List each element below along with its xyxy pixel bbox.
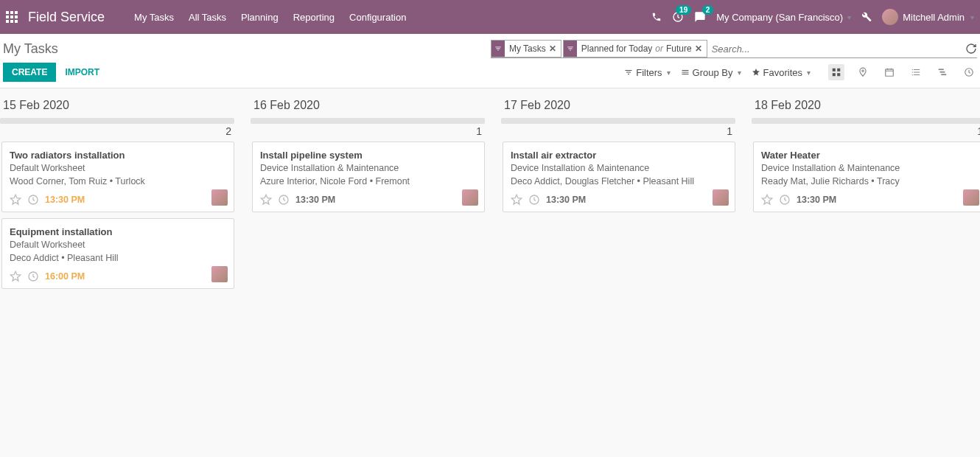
nav-planning[interactable]: Planning (241, 12, 279, 23)
column-progress (0, 118, 234, 124)
kanban-column: 16 Feb 2020 1 Install pipeline system De… (251, 99, 485, 295)
nav-configuration[interactable]: Configuration (349, 12, 406, 23)
card-subtitle: Device Installation & Maintenance (511, 162, 727, 175)
assignee-avatar[interactable] (211, 266, 228, 282)
column-count: 1 (752, 125, 980, 142)
chevron-down-icon: ▾ (667, 69, 671, 77)
favorites-dropdown[interactable]: Favorites▾ (752, 67, 811, 78)
task-card[interactable]: Two radiators installation Default Works… (1, 142, 234, 212)
app-title[interactable]: Field Service (28, 10, 105, 25)
facet-or: or (655, 43, 663, 54)
star-icon[interactable] (10, 194, 21, 206)
clock-icon[interactable] (27, 194, 39, 206)
list-view-icon[interactable] (908, 64, 924, 80)
clock-icon[interactable] (278, 194, 290, 206)
task-card[interactable]: Install air extractor Device Installatio… (503, 142, 735, 212)
card-footer: 13:30 PM (10, 194, 226, 206)
star-icon[interactable] (260, 194, 272, 206)
column-title[interactable]: 17 Feb 2020 (501, 99, 735, 115)
company-label: My Company (San Francisco) (716, 12, 843, 23)
svg-rect-4 (837, 73, 840, 76)
card-customer: Azure Interior, Nicole Ford • Fremont (260, 175, 477, 189)
card-time: 13:30 PM (797, 195, 836, 205)
card-footer: 13:30 PM (761, 194, 978, 206)
facet-label: My Tasks (509, 43, 546, 54)
close-icon[interactable]: ✕ (695, 43, 702, 54)
card-time: 13:30 PM (295, 195, 335, 205)
kanban-column: 18 Feb 2020 1 Water Heater Device Instal… (752, 99, 980, 295)
clock-icon[interactable] (779, 194, 791, 206)
column-count: 2 (0, 125, 234, 142)
filter-bar: Filters▾ Group By▾ Favorites▾ (624, 67, 811, 78)
column-progress (501, 118, 735, 124)
debug-icon[interactable] (861, 12, 872, 22)
close-icon[interactable]: ✕ (549, 43, 556, 54)
column-title[interactable]: 15 Feb 2020 (0, 99, 234, 115)
topbar-right: 19 2 My Company (San Francisco) ▾ Mitche… (651, 9, 974, 25)
create-button[interactable]: CREATE (3, 63, 56, 82)
gantt-view-icon[interactable] (934, 64, 951, 80)
phone-icon[interactable] (651, 12, 662, 22)
task-card[interactable]: Install pipeline system Device Installat… (252, 142, 485, 212)
assignee-avatar[interactable] (462, 189, 478, 206)
clock-icon[interactable] (27, 271, 39, 282)
svg-rect-7 (939, 69, 944, 70)
column-count: 1 (501, 125, 735, 142)
apps-icon[interactable] (6, 11, 18, 23)
facet-label: Planned for Today (581, 43, 653, 54)
nav-reporting[interactable]: Reporting (293, 12, 335, 23)
card-customer: Deco Addict, Douglas Fletcher • Pleasant… (511, 175, 727, 189)
groupby-label: Group By (693, 67, 733, 78)
clock-icon[interactable] (528, 194, 540, 206)
search-facet[interactable]: Planned for Today or Future ✕ (563, 40, 707, 57)
column-count: 1 (251, 125, 485, 142)
assignee-avatar[interactable] (713, 189, 729, 206)
star-icon[interactable] (761, 194, 773, 206)
user-menu[interactable]: Mitchell Admin ▾ (882, 9, 974, 25)
filters-dropdown[interactable]: Filters▾ (624, 67, 670, 78)
import-button[interactable]: IMPORT (65, 67, 99, 77)
activity-view-icon[interactable] (961, 64, 977, 80)
star-icon[interactable] (10, 271, 21, 282)
kanban-column: 15 Feb 2020 2 Two radiators installation… (0, 99, 234, 295)
svg-rect-8 (940, 71, 945, 73)
refresh-icon[interactable] (965, 43, 977, 55)
control-panel: My Tasks My Tasks✕ Planned for Today or … (0, 34, 980, 88)
column-title[interactable]: 16 Feb 2020 (251, 99, 485, 115)
kanban-column: 17 Feb 2020 1 Install air extractor Devi… (501, 99, 735, 295)
card-title: Equipment installation (10, 226, 226, 237)
search-input[interactable] (709, 41, 961, 57)
card-time: 13:30 PM (546, 195, 586, 205)
kanban-view-icon[interactable] (828, 64, 844, 80)
star-icon[interactable] (511, 194, 522, 206)
avatar (882, 9, 898, 25)
task-card[interactable]: Water Heater Device Installation & Maint… (753, 142, 980, 212)
card-title: Install pipeline system (260, 150, 477, 161)
company-switcher[interactable]: My Company (San Francisco) ▾ (716, 12, 851, 23)
card-title: Two radiators installation (10, 150, 226, 161)
search-facet[interactable]: My Tasks✕ (491, 40, 561, 57)
card-time: 13:30 PM (45, 195, 85, 205)
column-progress (251, 118, 485, 124)
chevron-down-icon: ▾ (970, 13, 974, 21)
chevron-down-icon: ▾ (847, 13, 851, 21)
messages-badge: 2 (702, 5, 714, 15)
topbar: Field Service My Tasks All Tasks Plannin… (0, 0, 980, 34)
breadcrumb: My Tasks (3, 41, 58, 57)
activity-icon[interactable]: 19 (672, 11, 684, 23)
card-title: Install air extractor (511, 150, 727, 161)
task-card[interactable]: Equipment installation Default Worksheet… (1, 218, 234, 289)
calendar-view-icon[interactable] (881, 64, 897, 80)
user-label: Mitchell Admin (903, 12, 965, 23)
column-title[interactable]: 18 Feb 2020 (752, 99, 980, 115)
kanban-board: 15 Feb 2020 2 Two radiators installation… (0, 88, 980, 295)
messages-icon[interactable]: 2 (694, 11, 706, 23)
nav-my-tasks[interactable]: My Tasks (134, 12, 174, 23)
map-view-icon[interactable] (855, 64, 871, 80)
groupby-dropdown[interactable]: Group By▾ (681, 67, 741, 78)
nav-all-tasks[interactable]: All Tasks (189, 12, 226, 23)
view-switcher (828, 64, 977, 80)
assignee-avatar[interactable] (211, 189, 228, 206)
filter-icon (491, 41, 505, 57)
assignee-avatar[interactable] (963, 189, 979, 206)
